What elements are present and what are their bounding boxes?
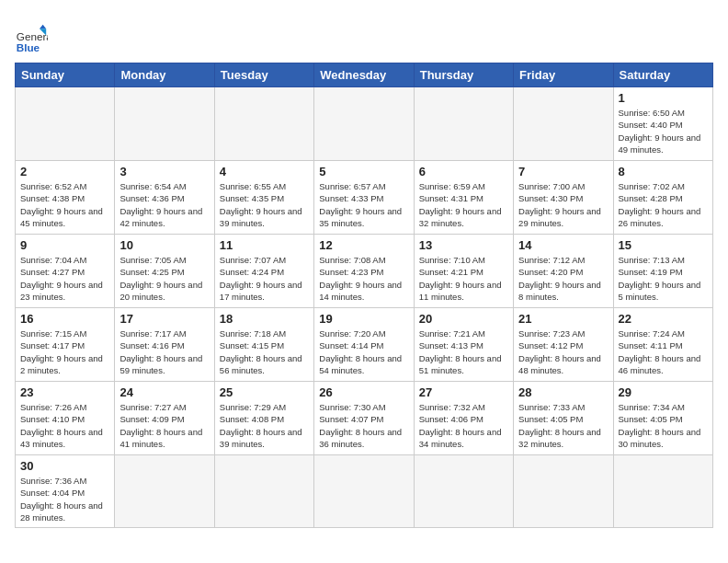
day-info: Sunrise: 7:34 AM Sunset: 4:05 PM Dayligh… xyxy=(619,401,708,450)
calendar-day-cell xyxy=(613,455,712,528)
calendar-day-cell: 22Sunrise: 7:24 AM Sunset: 4:11 PM Dayli… xyxy=(613,308,712,382)
column-header-sunday: Sunday xyxy=(16,63,115,87)
calendar-day-cell: 4Sunrise: 6:55 AM Sunset: 4:35 PM Daylig… xyxy=(214,161,313,235)
day-info: Sunrise: 6:57 AM Sunset: 4:33 PM Dayligh… xyxy=(319,180,408,229)
calendar-day-cell: 29Sunrise: 7:34 AM Sunset: 4:05 PM Dayli… xyxy=(613,382,712,455)
logo: General Blue xyxy=(15,22,48,55)
day-number: 7 xyxy=(518,165,608,178)
column-header-wednesday: Wednesday xyxy=(314,63,414,87)
column-header-friday: Friday xyxy=(514,63,613,87)
column-header-thursday: Thursday xyxy=(414,63,513,87)
calendar-week-row: 23Sunrise: 7:26 AM Sunset: 4:10 PM Dayli… xyxy=(16,382,713,455)
day-info: Sunrise: 7:32 AM Sunset: 4:06 PM Dayligh… xyxy=(419,401,508,450)
calendar-day-cell: 20Sunrise: 7:21 AM Sunset: 4:13 PM Dayli… xyxy=(414,308,513,382)
calendar-day-cell: 7Sunrise: 7:00 AM Sunset: 4:30 PM Daylig… xyxy=(514,161,613,235)
day-number: 10 xyxy=(119,238,209,252)
day-info: Sunrise: 7:20 AM Sunset: 4:14 PM Dayligh… xyxy=(319,327,408,376)
calendar-day-cell: 28Sunrise: 7:33 AM Sunset: 4:05 PM Dayli… xyxy=(514,382,613,455)
day-number: 8 xyxy=(619,165,708,178)
day-number: 28 xyxy=(518,385,608,399)
day-info: Sunrise: 7:10 AM Sunset: 4:21 PM Dayligh… xyxy=(419,254,508,303)
day-info: Sunrise: 7:15 AM Sunset: 4:17 PM Dayligh… xyxy=(20,327,109,376)
day-number: 15 xyxy=(619,238,708,252)
calendar-day-cell: 9Sunrise: 7:04 AM Sunset: 4:27 PM Daylig… xyxy=(16,235,115,308)
calendar-day-cell: 13Sunrise: 7:10 AM Sunset: 4:21 PM Dayli… xyxy=(414,235,513,308)
calendar-day-cell: 17Sunrise: 7:17 AM Sunset: 4:16 PM Dayli… xyxy=(115,308,214,382)
calendar-day-cell: 15Sunrise: 7:13 AM Sunset: 4:19 PM Dayli… xyxy=(613,235,712,308)
day-number: 16 xyxy=(20,312,109,326)
day-info: Sunrise: 7:33 AM Sunset: 4:05 PM Dayligh… xyxy=(518,401,608,450)
day-info: Sunrise: 7:24 AM Sunset: 4:11 PM Dayligh… xyxy=(619,327,708,376)
day-number: 21 xyxy=(518,312,608,326)
day-info: Sunrise: 7:18 AM Sunset: 4:15 PM Dayligh… xyxy=(220,327,309,376)
calendar-day-cell xyxy=(314,87,414,161)
calendar-table: SundayMondayTuesdayWednesdayThursdayFrid… xyxy=(15,63,713,528)
svg-marker-2 xyxy=(40,25,46,29)
day-info: Sunrise: 6:59 AM Sunset: 4:31 PM Dayligh… xyxy=(419,180,508,229)
calendar-day-cell xyxy=(514,87,613,161)
calendar-day-cell xyxy=(414,455,513,528)
calendar-day-cell xyxy=(115,455,214,528)
calendar-day-cell: 14Sunrise: 7:12 AM Sunset: 4:20 PM Dayli… xyxy=(514,235,613,308)
column-header-monday: Monday xyxy=(115,63,214,87)
day-number: 11 xyxy=(220,238,309,252)
calendar-day-cell: 1Sunrise: 6:50 AM Sunset: 4:40 PM Daylig… xyxy=(613,87,712,161)
calendar-day-cell: 8Sunrise: 7:02 AM Sunset: 4:28 PM Daylig… xyxy=(613,161,712,235)
day-info: Sunrise: 7:08 AM Sunset: 4:23 PM Dayligh… xyxy=(319,254,408,303)
calendar-day-cell: 19Sunrise: 7:20 AM Sunset: 4:14 PM Dayli… xyxy=(314,308,414,382)
day-info: Sunrise: 7:29 AM Sunset: 4:08 PM Dayligh… xyxy=(220,401,309,450)
calendar-day-cell: 26Sunrise: 7:30 AM Sunset: 4:07 PM Dayli… xyxy=(314,382,414,455)
day-number: 6 xyxy=(419,165,508,178)
day-info: Sunrise: 7:21 AM Sunset: 4:13 PM Dayligh… xyxy=(419,327,508,376)
day-number: 5 xyxy=(319,165,408,178)
calendar-week-row: 9Sunrise: 7:04 AM Sunset: 4:27 PM Daylig… xyxy=(16,235,713,308)
day-number: 22 xyxy=(619,312,708,326)
calendar-day-cell xyxy=(214,87,313,161)
day-info: Sunrise: 7:30 AM Sunset: 4:07 PM Dayligh… xyxy=(319,401,408,450)
day-info: Sunrise: 7:13 AM Sunset: 4:19 PM Dayligh… xyxy=(619,254,708,303)
calendar-day-cell: 24Sunrise: 7:27 AM Sunset: 4:09 PM Dayli… xyxy=(115,382,214,455)
day-info: Sunrise: 7:02 AM Sunset: 4:28 PM Dayligh… xyxy=(619,180,708,229)
calendar-day-cell: 5Sunrise: 6:57 AM Sunset: 4:33 PM Daylig… xyxy=(314,161,414,235)
day-info: Sunrise: 7:36 AM Sunset: 4:04 PM Dayligh… xyxy=(20,475,109,523)
calendar-header-row: SundayMondayTuesdayWednesdayThursdayFrid… xyxy=(16,63,713,87)
day-number: 13 xyxy=(419,238,508,252)
day-number: 2 xyxy=(20,165,109,178)
day-info: Sunrise: 7:05 AM Sunset: 4:25 PM Dayligh… xyxy=(119,254,209,303)
calendar-day-cell: 12Sunrise: 7:08 AM Sunset: 4:23 PM Dayli… xyxy=(314,235,414,308)
day-number: 4 xyxy=(220,165,309,178)
calendar-week-row: 30Sunrise: 7:36 AM Sunset: 4:04 PM Dayli… xyxy=(16,455,713,528)
day-info: Sunrise: 6:55 AM Sunset: 4:35 PM Dayligh… xyxy=(220,180,309,229)
calendar-day-cell: 11Sunrise: 7:07 AM Sunset: 4:24 PM Dayli… xyxy=(214,235,313,308)
column-header-saturday: Saturday xyxy=(613,63,712,87)
calendar-day-cell xyxy=(414,87,513,161)
day-number: 25 xyxy=(220,385,309,399)
day-number: 24 xyxy=(119,385,209,399)
calendar-day-cell: 6Sunrise: 6:59 AM Sunset: 4:31 PM Daylig… xyxy=(414,161,513,235)
day-number: 12 xyxy=(319,238,408,252)
calendar-week-row: 16Sunrise: 7:15 AM Sunset: 4:17 PM Dayli… xyxy=(16,308,713,382)
day-number: 29 xyxy=(619,385,708,399)
day-info: Sunrise: 7:26 AM Sunset: 4:10 PM Dayligh… xyxy=(20,401,109,450)
day-number: 14 xyxy=(518,238,608,252)
day-info: Sunrise: 7:07 AM Sunset: 4:24 PM Dayligh… xyxy=(220,254,309,303)
day-info: Sunrise: 6:50 AM Sunset: 4:40 PM Dayligh… xyxy=(619,107,708,155)
calendar-day-cell: 30Sunrise: 7:36 AM Sunset: 4:04 PM Dayli… xyxy=(16,455,115,528)
day-info: Sunrise: 7:12 AM Sunset: 4:20 PM Dayligh… xyxy=(518,254,608,303)
calendar-day-cell: 27Sunrise: 7:32 AM Sunset: 4:06 PM Dayli… xyxy=(414,382,513,455)
day-info: Sunrise: 6:52 AM Sunset: 4:38 PM Dayligh… xyxy=(20,180,109,229)
day-number: 1 xyxy=(619,91,708,105)
day-number: 20 xyxy=(419,312,508,326)
calendar-day-cell: 2Sunrise: 6:52 AM Sunset: 4:38 PM Daylig… xyxy=(16,161,115,235)
day-number: 18 xyxy=(220,312,309,326)
calendar-day-cell: 23Sunrise: 7:26 AM Sunset: 4:10 PM Dayli… xyxy=(16,382,115,455)
calendar-week-row: 2Sunrise: 6:52 AM Sunset: 4:38 PM Daylig… xyxy=(16,161,713,235)
calendar-day-cell: 25Sunrise: 7:29 AM Sunset: 4:08 PM Dayli… xyxy=(214,382,313,455)
calendar-week-row: 1Sunrise: 6:50 AM Sunset: 4:40 PM Daylig… xyxy=(16,87,713,161)
calendar-day-cell xyxy=(314,455,414,528)
day-info: Sunrise: 7:17 AM Sunset: 4:16 PM Dayligh… xyxy=(119,327,209,376)
day-number: 9 xyxy=(20,238,109,252)
day-number: 30 xyxy=(20,459,109,473)
day-info: Sunrise: 7:23 AM Sunset: 4:12 PM Dayligh… xyxy=(518,327,608,376)
calendar-day-cell: 18Sunrise: 7:18 AM Sunset: 4:15 PM Dayli… xyxy=(214,308,313,382)
